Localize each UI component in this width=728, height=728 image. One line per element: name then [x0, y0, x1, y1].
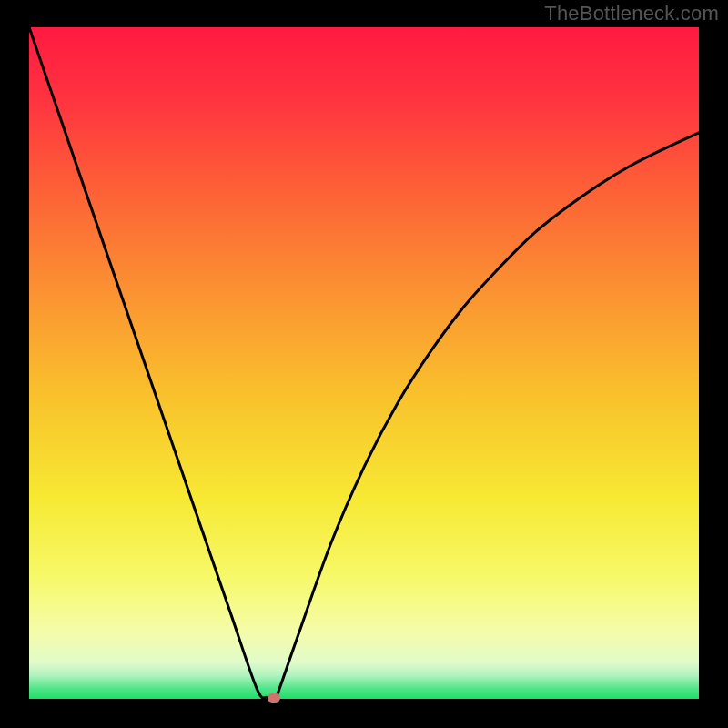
- chart-background: [29, 27, 699, 699]
- attribution-text: TheBottleneck.com: [544, 2, 719, 25]
- optimal-point-marker: [268, 693, 280, 703]
- figure-root: { "attribution": "TheBottleneck.com", "c…: [0, 0, 728, 728]
- plot-area: [29, 27, 699, 699]
- chart-svg: [29, 27, 699, 699]
